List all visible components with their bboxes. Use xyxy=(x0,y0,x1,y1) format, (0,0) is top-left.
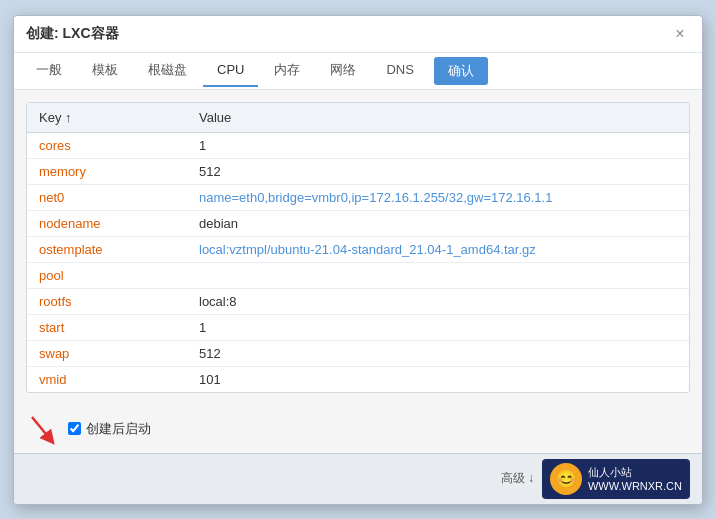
table-cell-key: ostemplate xyxy=(27,236,187,262)
table-cell-value: 101 xyxy=(187,366,689,392)
dialog: 创建: LXC容器 × 一般 模板 根磁盘 CPU 内存 网络 DNS 确认 K… xyxy=(13,15,703,505)
tab-general[interactable]: 一般 xyxy=(22,53,76,89)
brand-name: 仙人小站 xyxy=(588,465,682,480)
table-cell-value: debian xyxy=(187,210,689,236)
close-button[interactable]: × xyxy=(670,24,690,44)
table-cell-key: cores xyxy=(27,132,187,158)
confirm-button[interactable]: 确认 xyxy=(434,57,488,85)
col-value-header: Value xyxy=(187,103,689,133)
tab-network[interactable]: 网络 xyxy=(316,53,370,89)
table-row: net0name=eth0,bridge=vmbr0,ip=172.16.1.2… xyxy=(27,184,689,210)
table-cell-value: 1 xyxy=(187,132,689,158)
auto-start-checkbox[interactable] xyxy=(68,422,81,435)
table-cell-key: swap xyxy=(27,340,187,366)
table-cell-key: start xyxy=(27,314,187,340)
table-cell-value: 512 xyxy=(187,158,689,184)
table-row: cores1 xyxy=(27,132,689,158)
tab-dns[interactable]: DNS xyxy=(372,54,427,87)
table-cell-key: pool xyxy=(27,262,187,288)
table-cell-value: 512 xyxy=(187,340,689,366)
dialog-header: 创建: LXC容器 × xyxy=(14,16,702,53)
table-cell-value: 1 xyxy=(187,314,689,340)
dialog-title: 创建: LXC容器 xyxy=(26,25,119,43)
table-row: pool xyxy=(27,262,689,288)
footer-area: 创建后启动 xyxy=(14,405,702,453)
table-row: start1 xyxy=(27,314,689,340)
tab-rootdisk[interactable]: 根磁盘 xyxy=(134,53,201,89)
content-area: Key ↑ Value cores1memory512net0name=eth0… xyxy=(14,90,702,405)
table-cell-key: vmid xyxy=(27,366,187,392)
brand-url: WWW.WRNXR.CN xyxy=(588,480,682,492)
table-row: memory512 xyxy=(27,158,689,184)
table-cell-value xyxy=(187,262,689,288)
brand-logo-icon: 😊 xyxy=(550,463,582,495)
table-cell-key: memory xyxy=(27,158,187,184)
auto-start-checkbox-label[interactable]: 创建后启动 xyxy=(68,420,151,438)
tab-cpu[interactable]: CPU xyxy=(203,54,258,87)
arrow-indicator xyxy=(26,413,58,445)
arrow-icon xyxy=(26,413,58,445)
auto-start-label: 创建后启动 xyxy=(86,420,151,438)
table-row: nodenamedebian xyxy=(27,210,689,236)
svg-line-1 xyxy=(32,417,50,439)
table-row: swap512 xyxy=(27,340,689,366)
config-table: Key ↑ Value cores1memory512net0name=eth0… xyxy=(27,103,689,392)
table-cell-value: local:8 xyxy=(187,288,689,314)
tab-template[interactable]: 模板 xyxy=(78,53,132,89)
col-key-header: Key ↑ xyxy=(27,103,187,133)
brand-text: 仙人小站 WWW.WRNXR.CN xyxy=(588,465,682,492)
table-cell-key: rootfs xyxy=(27,288,187,314)
table-cell-key: nodename xyxy=(27,210,187,236)
table-cell-key: net0 xyxy=(27,184,187,210)
table-row: rootfslocal:8 xyxy=(27,288,689,314)
table-row: ostemplatelocal:vztmpl/ubuntu-21.04-stan… xyxy=(27,236,689,262)
table-row: vmid101 xyxy=(27,366,689,392)
tab-memory[interactable]: 内存 xyxy=(260,53,314,89)
advanced-label[interactable]: 高级 ↓ xyxy=(501,470,534,487)
config-table-container: Key ↑ Value cores1memory512net0name=eth0… xyxy=(26,102,690,393)
brand-panel: 😊 仙人小站 WWW.WRNXR.CN xyxy=(542,459,690,499)
tab-bar: 一般 模板 根磁盘 CPU 内存 网络 DNS 确认 xyxy=(14,53,702,90)
bottom-bar: 高级 ↓ 😊 仙人小站 WWW.WRNXR.CN xyxy=(14,453,702,504)
table-cell-value: local:vztmpl/ubuntu-21.04-standard_21.04… xyxy=(187,236,689,262)
table-cell-value: name=eth0,bridge=vmbr0,ip=172.16.1.255/3… xyxy=(187,184,689,210)
